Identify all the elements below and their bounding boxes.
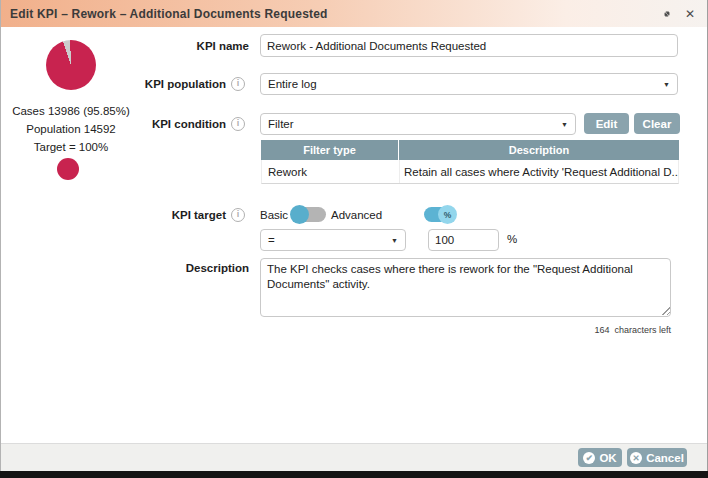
kpi-condition-dropdown[interactable]: Filter ▼	[260, 113, 576, 135]
chevron-down-icon: ▼	[391, 237, 398, 244]
table-row[interactable]: Rework Retain all cases where Activity '…	[261, 160, 679, 184]
edit-button[interactable]: Edit	[584, 113, 629, 134]
advanced-toggle-label: Advanced	[331, 209, 382, 221]
target-unit-label: %	[507, 233, 517, 245]
x-circle-icon: ✕	[630, 452, 642, 464]
kpi-population-label: KPI population	[96, 78, 226, 90]
dialog-titlebar: Edit KPI – Rework – Additional Documents…	[1, 0, 707, 27]
kpi-condition-info-icon[interactable]: i	[231, 117, 245, 131]
basic-advanced-toggle[interactable]	[292, 207, 326, 222]
percent-unit-toggle[interactable]: %	[424, 207, 454, 222]
kpi-pie-chart	[46, 40, 96, 90]
characters-left-text: characters left	[614, 325, 671, 335]
ok-button[interactable]: ✔ OK	[578, 448, 622, 467]
target-operator-dropdown[interactable]: = ▼	[260, 229, 406, 251]
kpi-name-input[interactable]	[260, 34, 678, 57]
kpi-population-dropdown[interactable]: Entire log ▼	[260, 73, 678, 95]
characters-left-number: 164	[594, 325, 609, 335]
target-operator-value: =	[268, 234, 391, 246]
kpi-condition-value: Filter	[268, 118, 561, 130]
kpi-condition-label: KPI condition	[96, 118, 226, 130]
chevron-down-icon: ▼	[561, 121, 568, 128]
clear-button[interactable]: Clear	[634, 113, 680, 134]
filter-type-cell: Rework	[262, 160, 400, 183]
kpi-population-value: Entire log	[268, 78, 663, 90]
characters-left-counter: 164characters left	[421, 325, 671, 335]
basic-toggle-label: Basic	[260, 209, 288, 221]
target-circle	[57, 158, 79, 180]
filter-description-cell: Retain all cases where Activity 'Request…	[400, 160, 678, 183]
filter-table: Filter type Description Rework Retain al…	[261, 140, 679, 184]
kpi-target-info-icon[interactable]: i	[231, 208, 245, 222]
chevron-down-icon: ▼	[663, 81, 670, 88]
edit-kpi-dialog: Edit KPI – Rework – Additional Documents…	[0, 0, 708, 471]
description-label: Description	[121, 262, 249, 274]
check-circle-icon: ✔	[583, 452, 595, 464]
kpi-target-label: KPI target	[96, 209, 226, 221]
kpi-population-info-icon[interactable]: i	[231, 77, 245, 91]
dialog-title: Edit KPI – Rework – Additional Documents…	[1, 7, 328, 21]
ok-button-label: OK	[599, 452, 616, 464]
kpi-name-label: KPI name	[121, 40, 249, 52]
toggle-knob	[290, 205, 309, 224]
percent-toggle-knob: %	[438, 205, 457, 224]
description-textarea[interactable]	[260, 258, 671, 317]
target-value-input[interactable]	[428, 229, 499, 251]
cancel-button-label: Cancel	[646, 452, 684, 464]
filter-type-header: Filter type	[261, 140, 399, 160]
cancel-button[interactable]: ✕ Cancel	[627, 448, 687, 467]
description-header: Description	[399, 140, 679, 160]
target-stat: Target = 100%	[1, 138, 141, 156]
close-icon[interactable]: ✕	[683, 7, 697, 21]
filter-table-header: Filter type Description	[261, 140, 679, 160]
maximize-icon[interactable]	[660, 7, 674, 21]
